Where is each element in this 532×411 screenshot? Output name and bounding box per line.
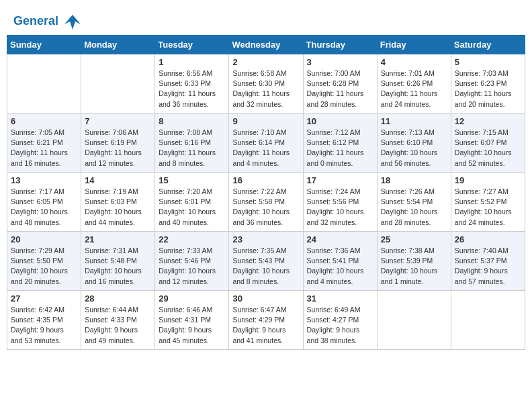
calendar-cell: 22Sunrise: 7:33 AM Sunset: 5:46 PM Dayli… — [155, 232, 229, 291]
day-info: Sunrise: 6:56 AM Sunset: 6:33 PM Dayligh… — [159, 68, 225, 109]
day-number: 12 — [455, 116, 521, 126]
day-number: 24 — [307, 234, 373, 244]
day-number: 31 — [307, 293, 373, 304]
calendar-cell: 13Sunrise: 7:17 AM Sunset: 6:05 PM Dayli… — [7, 173, 81, 232]
calendar-cell: 18Sunrise: 7:26 AM Sunset: 5:54 PM Dayli… — [377, 173, 451, 232]
day-info: Sunrise: 6:46 AM Sunset: 4:31 PM Dayligh… — [159, 305, 225, 346]
weekday-header: Thursday — [303, 36, 377, 54]
calendar-week-row: 1Sunrise: 6:56 AM Sunset: 6:33 PM Daylig… — [7, 54, 525, 113]
day-info: Sunrise: 7:15 AM Sunset: 6:07 PM Dayligh… — [455, 128, 521, 169]
calendar-cell: 6Sunrise: 7:05 AM Sunset: 6:21 PM Daylig… — [7, 113, 81, 173]
logo-bird-icon — [63, 12, 82, 31]
day-number: 16 — [232, 175, 299, 185]
calendar-week-row: 27Sunrise: 6:42 AM Sunset: 4:35 PM Dayli… — [7, 291, 525, 350]
day-number: 14 — [85, 175, 151, 185]
calendar-cell — [81, 54, 155, 113]
calendar-cell: 2Sunrise: 6:58 AM Sunset: 6:30 PM Daylig… — [229, 54, 303, 113]
day-info: Sunrise: 7:27 AM Sunset: 5:52 PM Dayligh… — [455, 187, 521, 228]
day-number: 26 — [455, 234, 521, 244]
calendar-cell: 17Sunrise: 7:24 AM Sunset: 5:56 PM Dayli… — [303, 173, 377, 232]
calendar-cell: 25Sunrise: 7:38 AM Sunset: 5:39 PM Dayli… — [377, 232, 451, 291]
calendar-cell: 24Sunrise: 7:36 AM Sunset: 5:41 PM Dayli… — [303, 232, 377, 291]
day-number: 2 — [232, 57, 299, 67]
calendar-header-row: SundayMondayTuesdayWednesdayThursdayFrid… — [7, 36, 525, 54]
calendar-cell: 23Sunrise: 7:35 AM Sunset: 5:43 PM Dayli… — [229, 232, 303, 291]
calendar-cell: 27Sunrise: 6:42 AM Sunset: 4:35 PM Dayli… — [7, 291, 81, 350]
calendar-wrap: SundayMondayTuesdayWednesdayThursdayFrid… — [0, 35, 532, 357]
calendar-cell: 7Sunrise: 7:06 AM Sunset: 6:19 PM Daylig… — [81, 113, 155, 173]
day-info: Sunrise: 7:29 AM Sunset: 5:50 PM Dayligh… — [11, 246, 77, 287]
calendar-cell — [7, 54, 81, 113]
day-info: Sunrise: 7:01 AM Sunset: 6:26 PM Dayligh… — [381, 68, 447, 109]
calendar-cell: 28Sunrise: 6:44 AM Sunset: 4:33 PM Dayli… — [81, 291, 155, 350]
day-number: 17 — [307, 175, 373, 185]
day-info: Sunrise: 7:22 AM Sunset: 5:58 PM Dayligh… — [232, 187, 299, 228]
day-info: Sunrise: 7:17 AM Sunset: 6:05 PM Dayligh… — [11, 187, 77, 228]
day-number: 13 — [11, 175, 77, 185]
day-number: 5 — [455, 57, 521, 67]
day-info: Sunrise: 7:35 AM Sunset: 5:43 PM Dayligh… — [232, 246, 299, 287]
calendar-cell: 19Sunrise: 7:27 AM Sunset: 5:52 PM Dayli… — [451, 173, 525, 232]
day-info: Sunrise: 7:33 AM Sunset: 5:46 PM Dayligh… — [159, 246, 225, 287]
calendar-cell: 21Sunrise: 7:31 AM Sunset: 5:48 PM Dayli… — [81, 232, 155, 291]
calendar-cell: 12Sunrise: 7:15 AM Sunset: 6:07 PM Dayli… — [451, 113, 525, 173]
logo-text: General — [13, 12, 82, 31]
day-number: 21 — [85, 234, 151, 244]
calendar-cell: 20Sunrise: 7:29 AM Sunset: 5:50 PM Dayli… — [7, 232, 81, 291]
day-number: 1 — [159, 57, 225, 67]
day-info: Sunrise: 6:47 AM Sunset: 4:29 PM Dayligh… — [232, 305, 299, 346]
day-info: Sunrise: 7:05 AM Sunset: 6:21 PM Dayligh… — [11, 128, 77, 169]
day-info: Sunrise: 6:58 AM Sunset: 6:30 PM Dayligh… — [232, 68, 299, 109]
calendar-cell: 5Sunrise: 7:03 AM Sunset: 6:23 PM Daylig… — [451, 54, 525, 113]
day-info: Sunrise: 7:13 AM Sunset: 6:10 PM Dayligh… — [381, 128, 447, 169]
day-number: 15 — [159, 175, 225, 185]
day-info: Sunrise: 7:20 AM Sunset: 6:01 PM Dayligh… — [159, 187, 225, 228]
day-number: 6 — [11, 116, 77, 126]
calendar-cell: 10Sunrise: 7:12 AM Sunset: 6:12 PM Dayli… — [303, 113, 377, 173]
calendar-week-row: 13Sunrise: 7:17 AM Sunset: 6:05 PM Dayli… — [7, 173, 525, 232]
day-number: 10 — [307, 116, 373, 126]
day-info: Sunrise: 7:08 AM Sunset: 6:16 PM Dayligh… — [159, 128, 225, 169]
calendar-cell: 1Sunrise: 6:56 AM Sunset: 6:33 PM Daylig… — [155, 54, 229, 113]
calendar-cell — [451, 291, 525, 350]
weekday-header: Wednesday — [229, 36, 303, 54]
header: General — [0, 0, 532, 35]
weekday-header: Friday — [377, 36, 451, 54]
day-info: Sunrise: 7:36 AM Sunset: 5:41 PM Dayligh… — [307, 246, 373, 287]
calendar-cell: 29Sunrise: 6:46 AM Sunset: 4:31 PM Dayli… — [155, 291, 229, 350]
calendar-cell: 16Sunrise: 7:22 AM Sunset: 5:58 PM Dayli… — [229, 173, 303, 232]
day-number: 3 — [307, 57, 373, 67]
day-info: Sunrise: 7:40 AM Sunset: 5:37 PM Dayligh… — [455, 246, 521, 287]
calendar-table: SundayMondayTuesdayWednesdayThursdayFrid… — [7, 35, 525, 350]
day-number: 4 — [381, 57, 447, 67]
day-info: Sunrise: 6:49 AM Sunset: 4:27 PM Dayligh… — [307, 305, 373, 346]
weekday-header: Tuesday — [155, 36, 229, 54]
day-info: Sunrise: 7:12 AM Sunset: 6:12 PM Dayligh… — [307, 128, 373, 169]
day-info: Sunrise: 7:03 AM Sunset: 6:23 PM Dayligh… — [455, 68, 521, 109]
calendar-cell: 9Sunrise: 7:10 AM Sunset: 6:14 PM Daylig… — [229, 113, 303, 173]
day-number: 18 — [381, 175, 447, 185]
calendar-cell: 8Sunrise: 7:08 AM Sunset: 6:16 PM Daylig… — [155, 113, 229, 173]
day-info: Sunrise: 7:24 AM Sunset: 5:56 PM Dayligh… — [307, 187, 373, 228]
day-number: 7 — [85, 116, 151, 126]
day-info: Sunrise: 7:38 AM Sunset: 5:39 PM Dayligh… — [381, 246, 447, 287]
logo: General — [13, 12, 82, 28]
day-number: 25 — [381, 234, 447, 244]
day-info: Sunrise: 7:31 AM Sunset: 5:48 PM Dayligh… — [85, 246, 151, 287]
day-number: 28 — [85, 293, 151, 304]
day-info: Sunrise: 7:06 AM Sunset: 6:19 PM Dayligh… — [85, 128, 151, 169]
day-number: 8 — [159, 116, 225, 126]
calendar-cell: 31Sunrise: 6:49 AM Sunset: 4:27 PM Dayli… — [303, 291, 377, 350]
weekday-header: Sunday — [7, 36, 81, 54]
day-number: 20 — [11, 234, 77, 244]
day-number: 30 — [232, 293, 299, 304]
day-number: 23 — [232, 234, 299, 244]
day-info: Sunrise: 7:19 AM Sunset: 6:03 PM Dayligh… — [85, 187, 151, 228]
calendar-cell: 4Sunrise: 7:01 AM Sunset: 6:26 PM Daylig… — [377, 54, 451, 113]
calendar-cell: 26Sunrise: 7:40 AM Sunset: 5:37 PM Dayli… — [451, 232, 525, 291]
day-info: Sunrise: 7:10 AM Sunset: 6:14 PM Dayligh… — [232, 128, 299, 169]
day-number: 27 — [11, 293, 77, 304]
day-number: 11 — [381, 116, 447, 126]
weekday-header: Monday — [81, 36, 155, 54]
day-info: Sunrise: 6:44 AM Sunset: 4:33 PM Dayligh… — [85, 305, 151, 346]
